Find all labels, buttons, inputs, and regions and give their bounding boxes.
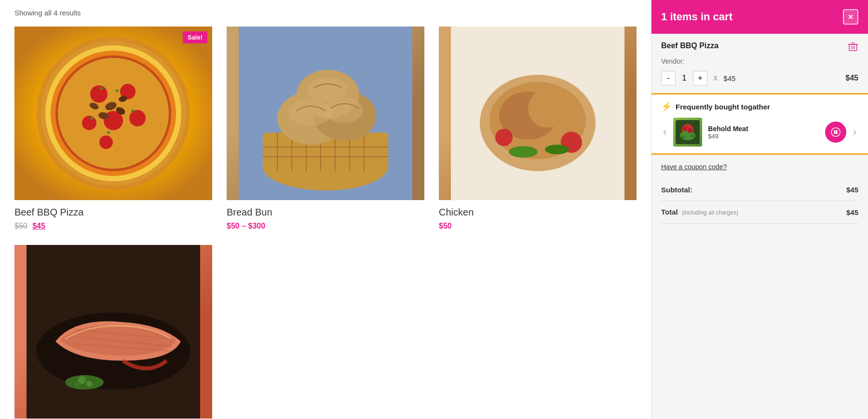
svg-point-38 — [307, 78, 347, 101]
svg-point-18 — [107, 131, 110, 134]
fbt-title: Frequently bought togather — [676, 103, 770, 111]
chicken-image — [439, 27, 637, 200]
price-new-beef-bbq-pizza[interactable]: $45 — [32, 222, 45, 230]
subtotal-label: Subtotal: — [661, 186, 692, 194]
fbt-item-info: Behold Meat $49 — [708, 125, 748, 140]
results-info: Showing all 4 results — [14, 9, 637, 17]
svg-point-15 — [100, 87, 103, 90]
product-image-bread-bun — [227, 27, 424, 200]
svg-point-55 — [86, 381, 92, 387]
cart-count: 1 — [661, 11, 667, 23]
quantity-unit-price: $45 — [723, 74, 735, 82]
product-card-beef-bbq-pizza[interactable]: Sale! Beef BBQ Pizza $50 $45 — [14, 27, 212, 230]
fbt-prev-button[interactable]: ‹ — [661, 126, 668, 138]
fbt-section: ⚡ Frequently bought togather ‹ — [651, 93, 868, 155]
cart-close-button[interactable]: × — [843, 9, 858, 25]
svg-point-46 — [509, 146, 538, 158]
cart-header-title: 1 items in cart — [661, 11, 732, 23]
svg-point-56 — [75, 382, 80, 387]
svg-point-68 — [680, 135, 685, 138]
product-image-salmon — [14, 245, 212, 419]
cart-items-label: items in cart — [670, 11, 732, 23]
product-card-salmon[interactable]: Salmon — [14, 245, 212, 419]
svg-point-70 — [831, 128, 840, 136]
product-title-chicken: Chicken — [439, 207, 637, 218]
coupon-link-button[interactable]: Have a coupon code? — [661, 163, 727, 171]
svg-point-17 — [131, 109, 134, 112]
quantity-increase-button[interactable]: + — [693, 71, 707, 85]
svg-point-7 — [82, 116, 96, 130]
cart-summary: Subtotal: $45 Total (including all charg… — [651, 179, 868, 224]
product-price-bread-bun: $50 – $300 — [227, 222, 424, 230]
svg-point-9 — [99, 135, 113, 149]
price-old-beef-bbq-pizza: $50 — [14, 222, 27, 230]
quantity-value: 1 — [679, 74, 689, 82]
fbt-carousel: ‹ Behold Meat $49 — [661, 118, 858, 147]
price-range-chicken: $50 — [439, 222, 452, 230]
cart-item-section: Beef BBQ Pizza Vendor: - 1 + X $45 $45 — [651, 34, 868, 93]
total-note: (including all charges) — [682, 209, 738, 216]
svg-point-16 — [116, 89, 119, 92]
fbt-item-image — [673, 118, 702, 147]
total-label: Total — [661, 208, 678, 216]
product-price-beef-bbq-pizza: $50 $45 — [14, 222, 212, 230]
fbt-item-name: Behold Meat — [708, 125, 748, 133]
total-row: Total (including all charges) $45 — [661, 201, 858, 224]
svg-point-19 — [90, 117, 93, 120]
svg-point-8 — [129, 110, 146, 126]
cart-vendor-label: Vendor: — [661, 57, 858, 65]
cart-item-name: Beef BBQ Pizza — [661, 41, 719, 50]
product-price-chicken: $50 — [439, 222, 637, 230]
fbt-item-price: $49 — [708, 133, 748, 140]
salmon-image — [14, 245, 212, 419]
svg-point-45 — [495, 129, 513, 146]
cart-item-header: Beef BBQ Pizza — [661, 41, 858, 54]
cart-header: 1 items in cart × — [651, 0, 868, 34]
svg-point-54 — [78, 376, 86, 384]
quantity-multiply: X — [713, 74, 718, 82]
svg-point-47 — [545, 145, 569, 154]
cart-quantity-row: - 1 + X $45 $45 — [661, 71, 858, 85]
pizza-image — [14, 27, 212, 200]
fbt-header: ⚡ Frequently bought togather — [661, 101, 858, 112]
total-label-wrap: Total (including all charges) — [661, 208, 738, 216]
quantity-total: $45 — [845, 74, 858, 82]
svg-point-66 — [683, 127, 687, 131]
lightning-icon: ⚡ — [661, 101, 672, 112]
product-title-beef-bbq-pizza: Beef BBQ Pizza — [14, 207, 212, 218]
svg-point-4 — [90, 85, 108, 103]
cart-item-delete-button[interactable] — [848, 41, 858, 54]
cart-sidebar: 1 items in cart × Beef BBQ Pizza Vendor: — [651, 0, 868, 419]
product-title-bread-bun: Bread Bun — [227, 207, 424, 218]
bread-image — [227, 27, 424, 200]
svg-point-37 — [325, 98, 363, 123]
svg-point-43 — [528, 89, 567, 128]
subtotal-value: $45 — [846, 186, 858, 194]
fbt-next-button[interactable]: › — [851, 126, 858, 138]
fbt-item: Behold Meat $49 — [673, 118, 820, 147]
cart-footer: View Cart Checkout — [651, 412, 868, 419]
svg-point-69 — [691, 135, 694, 137]
total-value: $45 — [846, 208, 858, 216]
products-grid: Sale! Beef BBQ Pizza $50 $45 — [14, 27, 637, 419]
price-range-bread-bun: $50 – $300 — [227, 222, 265, 230]
coupon-section: Have a coupon code? — [651, 155, 868, 179]
svg-point-67 — [688, 128, 692, 133]
sale-badge: Sale! — [183, 31, 207, 43]
product-card-chicken[interactable]: Chicken $50 — [439, 27, 637, 230]
main-content: Showing all 4 results — [0, 0, 651, 419]
fbt-add-button[interactable] — [825, 122, 846, 143]
product-image-beef-bbq-pizza: Sale! — [14, 27, 212, 200]
quantity-decrease-button[interactable]: - — [661, 71, 676, 85]
product-image-chicken — [439, 27, 637, 200]
product-card-bread-bun[interactable]: Bread Bun $50 – $300 — [227, 27, 424, 230]
subtotal-row: Subtotal: $45 — [661, 179, 858, 201]
